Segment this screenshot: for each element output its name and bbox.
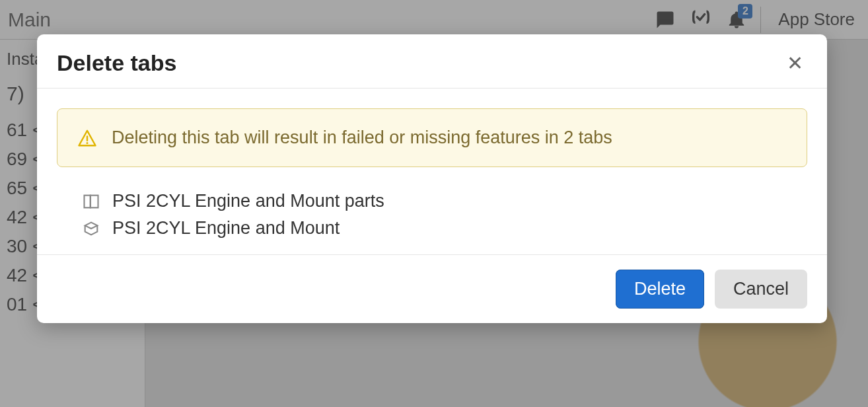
dialog-header: Delete tabs ✕ xyxy=(37,34,827,89)
svg-point-0 xyxy=(87,142,89,144)
assembly-icon xyxy=(82,219,100,238)
cancel-button[interactable]: Cancel xyxy=(715,270,807,309)
affected-tab-label: PSI 2CYL Engine and Mount parts xyxy=(112,191,384,211)
close-icon[interactable]: ✕ xyxy=(783,51,807,76)
svg-rect-2 xyxy=(90,195,98,207)
dialog-title: Delete tabs xyxy=(57,50,176,76)
affected-tabs-list: PSI 2CYL Engine and Mount parts PSI 2CYL… xyxy=(57,191,807,239)
warning-banner: Deleting this tab will result in failed … xyxy=(57,108,807,167)
warning-text: Deleting this tab will result in failed … xyxy=(112,128,612,148)
affected-tab-item: PSI 2CYL Engine and Mount parts xyxy=(82,191,807,211)
delete-button[interactable]: Delete xyxy=(616,270,704,309)
partstudio-icon xyxy=(82,192,100,211)
affected-tab-item: PSI 2CYL Engine and Mount xyxy=(82,218,807,239)
delete-tabs-dialog: Delete tabs ✕ Deleting this tab will res… xyxy=(37,34,827,323)
svg-rect-1 xyxy=(85,195,90,207)
affected-tab-label: PSI 2CYL Engine and Mount xyxy=(112,218,340,239)
warning-icon xyxy=(77,128,97,148)
dialog-body: Deleting this tab will result in failed … xyxy=(37,89,827,255)
dialog-footer: Delete Cancel xyxy=(37,255,827,323)
